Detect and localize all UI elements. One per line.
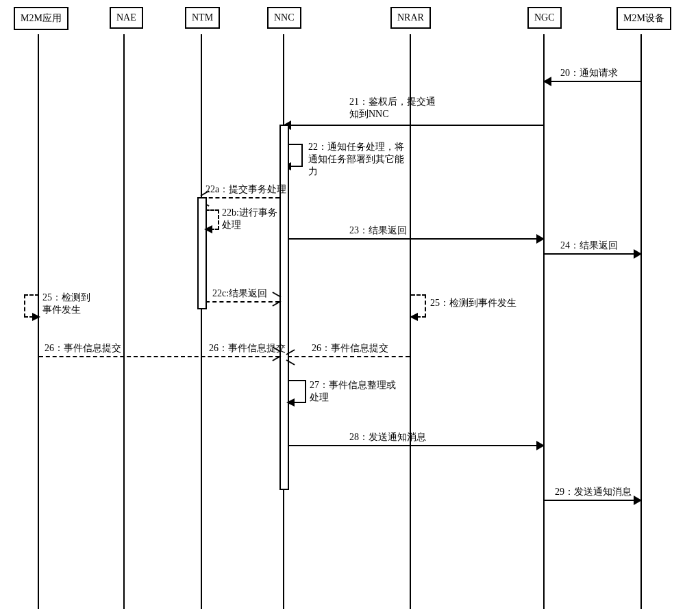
arrow-26-1 [39,356,279,357]
msg-label-22c: 22c:结果返回 [212,287,267,300]
self-loop-25l [24,294,39,318]
msg-label-24: 24：结果返回 [560,240,618,252]
participant-nrar: NRAR [390,7,431,29]
lifeline [123,34,125,609]
lifeline [38,34,39,609]
arrow-22a [202,197,279,198]
sequence-diagram: M2M应用 NAE NTM NNC NRAR NGC M2M设备 20：通知请求… [7,7,678,609]
msg-label-25r: 25：检测到事件发生 [430,297,516,309]
arrow-29 [545,500,640,501]
arrow-20 [545,81,640,82]
msg-label-22: 22：通知任务处理，将通知任务部署到其它能力 [308,141,404,179]
msg-label-26-2: 26：事件信息提交 [209,342,286,355]
msg-label-20: 20：通知请求 [560,67,618,79]
msg-label-21: 21：鉴权后，提交通知到NNC [349,96,436,120]
msg-label-26-3: 26：事件信息提交 [312,342,388,355]
arrow-26-3 [288,356,410,357]
participant-m2m-app: M2M应用 [14,7,68,30]
msg-label-22a: 22a：提交事务处理 [206,183,286,196]
arrow-28 [288,445,543,446]
self-loop-27 [288,380,306,403]
arrow-21 [284,125,543,126]
msg-label-22b: 22b:进行事务处理 [222,207,277,231]
participant-m2m-dev: M2M设备 [616,7,671,30]
lifeline [640,34,642,609]
participant-nae: NAE [110,7,143,29]
participant-ntm: NTM [185,7,220,29]
lifeline [543,34,545,609]
activation-nnc [279,125,289,490]
msg-label-26-1: 26：事件信息提交 [45,342,121,355]
msg-label-27: 27：事件信息整理或处理 [310,379,396,404]
arrow-22c [206,301,279,303]
msg-label-23: 23：结果返回 [349,224,407,237]
msg-label-29: 29：发送通知消息 [555,486,632,498]
arrow-23 [288,238,543,240]
msg-label-25l: 25：检测到事件发生 [42,292,90,316]
participant-nnc: NNC [267,7,301,29]
participant-ngc: NGC [527,7,562,29]
self-loop-22b [206,209,219,230]
lifeline [201,34,202,609]
msg-label-28: 28：发送通知消息 [349,431,426,444]
arrow-24 [545,253,640,255]
self-loop-25r [411,294,426,318]
